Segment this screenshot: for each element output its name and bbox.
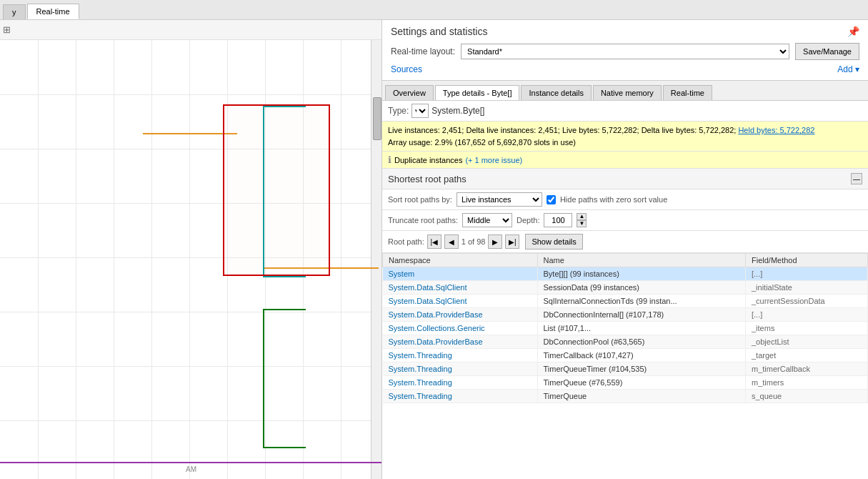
cell-field: m_timerCallback [745, 362, 867, 376]
table-row[interactable]: System.Threading TimerQueue (#76,559) m_… [383, 376, 868, 390]
tab-instance-details[interactable]: Instance details [521, 85, 591, 100]
settings-panel: Settings and statistics 📌 Real-time layo… [382, 20, 868, 81]
type-dropdown[interactable]: ▾ [411, 104, 429, 118]
cell-name: TimerQueueTimer (#104,535) [537, 362, 745, 376]
tab-realtime[interactable]: Real-time [663, 85, 712, 100]
cell-field: [...] [745, 267, 867, 281]
scrollbar-thumb-v[interactable] [373, 97, 381, 140]
section-title: Shortest root paths [388, 174, 467, 184]
minimize-button[interactable]: — [851, 173, 862, 184]
cell-field: s_queue [745, 390, 867, 403]
warning-bar: ℹ Duplicate instances (+ 1 more issue) [382, 152, 868, 169]
scrollbar-track-v[interactable] [371, 40, 382, 479]
table-container: Namespace Name Field/Method System Byte[… [382, 253, 868, 479]
held-bytes-link[interactable]: Held bytes: 5,722,282 [738, 126, 814, 134]
cell-name: TimerQueue (#76,559) [537, 376, 745, 390]
sources-row: Sources Add ▾ [391, 64, 859, 74]
cell-field: _objectList [745, 335, 867, 349]
hide-zero-label: Hide paths with zero sort value [560, 195, 667, 204]
col-namespace[interactable]: Namespace [383, 254, 538, 267]
right-panel: Settings and statistics 📌 Real-time layo… [382, 20, 868, 479]
cell-namespace: System.Collections.Generic [383, 322, 538, 335]
sources-link[interactable]: Sources [391, 64, 422, 74]
table-row[interactable]: System.Data.ProviderBase DbConnectionInt… [383, 308, 868, 322]
nav-row: Root path: |◀ ◀ 1 of 98 ▶ ▶| Show detail… [382, 231, 868, 253]
cell-field: m_timers [745, 376, 867, 390]
cell-name: DbConnectionPool (#63,565) [537, 335, 745, 349]
cell-field: _currentSessionData [745, 295, 867, 308]
cell-namespace: System.Data.SqlClient [383, 281, 538, 295]
settings-title: Settings and statistics 📌 [391, 26, 859, 37]
settings-layout-row: Real-time layout: Standard* Save/Manage [391, 43, 859, 60]
col-field[interactable]: Field/Method [745, 254, 867, 267]
table-row[interactable]: System.Collections.Generic List (#107,1.… [383, 322, 868, 335]
am-label: AM [186, 465, 196, 473]
tab-native-memory[interactable]: Native memory [593, 85, 662, 100]
left-panel: ⊞ [0, 20, 382, 479]
chart-line-green-h2 [263, 447, 306, 448]
cell-name: SessionData (99 instances) [537, 281, 745, 295]
tab-overview[interactable]: Overview [385, 85, 434, 100]
type-value: System.Byte[] [431, 106, 484, 116]
cell-namespace: System.Threading [383, 362, 538, 376]
cell-namespace: System.Threading [383, 376, 538, 390]
truncate-row: Truncate root paths: Middle Start End De… [382, 210, 868, 231]
table-row[interactable]: System.Data.SqlClient SqlInternalConnect… [383, 295, 868, 308]
cell-namespace: System.Threading [383, 390, 538, 403]
tab-y[interactable]: y [3, 4, 26, 19]
chart-line-orange-1 [143, 133, 236, 134]
cell-name: Byte[][] (99 instances) [537, 267, 745, 281]
tab-type-details[interactable]: Type details - Byte[] [435, 85, 520, 100]
nav-prev-button[interactable]: ◀ [444, 234, 459, 249]
show-details-button[interactable]: Show details [525, 234, 582, 250]
nav-counter: 1 of 98 [462, 237, 486, 246]
chart-line-green-v [263, 309, 264, 448]
depth-spinner[interactable]: ▲ ▼ [577, 213, 587, 227]
selection-box [223, 104, 330, 276]
chart-area: AM [0, 40, 382, 479]
info-line2: Array usage: 2.9% (167,652 of 5,692,870 … [388, 137, 862, 149]
layout-label: Real-time layout: [391, 46, 455, 56]
spin-up[interactable]: ▲ [577, 213, 587, 220]
info-bar: Live instances: 2,451; Delta live instan… [382, 122, 868, 152]
nav-next-button[interactable]: ▶ [488, 234, 502, 249]
nav-last-button[interactable]: ▶| [505, 234, 519, 249]
root-paths-table: Namespace Name Field/Method System Byte[… [382, 253, 868, 403]
warning-text: Duplicate instances [394, 156, 462, 164]
table-row[interactable]: System.Threading TimerQueueTimer (#104,5… [383, 362, 868, 376]
table-row[interactable]: System.Threading TimerQueue s_queue [383, 390, 868, 403]
hide-zero-checkbox[interactable] [547, 195, 556, 204]
cell-name: TimerQueue [537, 390, 745, 403]
chart-line-teal-h2 [263, 276, 306, 277]
cell-name: TimerCallback (#107,427) [537, 349, 745, 362]
cell-namespace: System.Data.ProviderBase [383, 308, 538, 322]
table-row[interactable]: System.Threading TimerCallback (#107,427… [383, 349, 868, 362]
table-row[interactable]: System.Data.SqlClient SessionData (99 in… [383, 281, 868, 295]
type-row: Type: ▾ System.Byte[] [382, 101, 868, 122]
tab-realtime[interactable]: Real-time [27, 4, 79, 19]
chart-toolbar: ⊞ [0, 20, 381, 40]
table-row[interactable]: System.Data.ProviderBase DbConnectionPoo… [383, 335, 868, 349]
col-name[interactable]: Name [537, 254, 745, 267]
main-container: ⊞ [0, 20, 868, 479]
sort-select[interactable]: Live instances Dead instances Live bytes [457, 192, 542, 207]
layout-select[interactable]: Standard* [461, 44, 789, 59]
cell-name: List (#107,1... [537, 322, 745, 335]
truncate-select[interactable]: Middle Start End [462, 213, 512, 227]
spin-down[interactable]: ▼ [577, 220, 587, 227]
pin-icon[interactable]: 📌 [847, 26, 859, 37]
chart-tool-icon[interactable]: ⊞ [3, 24, 11, 35]
chart-line-green-h1 [263, 309, 306, 310]
cell-namespace: System.Data.ProviderBase [383, 335, 538, 349]
depth-input[interactable] [544, 213, 572, 227]
cell-namespace: System.Threading [383, 349, 538, 362]
nav-first-button[interactable]: |◀ [427, 234, 442, 249]
save-manage-button[interactable]: Save/Manage [795, 43, 859, 60]
add-link[interactable]: Add ▾ [837, 64, 859, 74]
table-row[interactable]: System Byte[][] (99 instances) [...] [383, 267, 868, 281]
warning-link[interactable]: (+ 1 more issue) [465, 156, 522, 164]
root-path-label: Root path: [388, 237, 424, 246]
info-line1: Live instances: 2,451; Delta live instan… [388, 124, 862, 137]
content-area: Type: ▾ System.Byte[] Live instances: 2,… [382, 101, 868, 479]
tab-bar: Overview Type details - Byte[] Instance … [382, 81, 868, 101]
